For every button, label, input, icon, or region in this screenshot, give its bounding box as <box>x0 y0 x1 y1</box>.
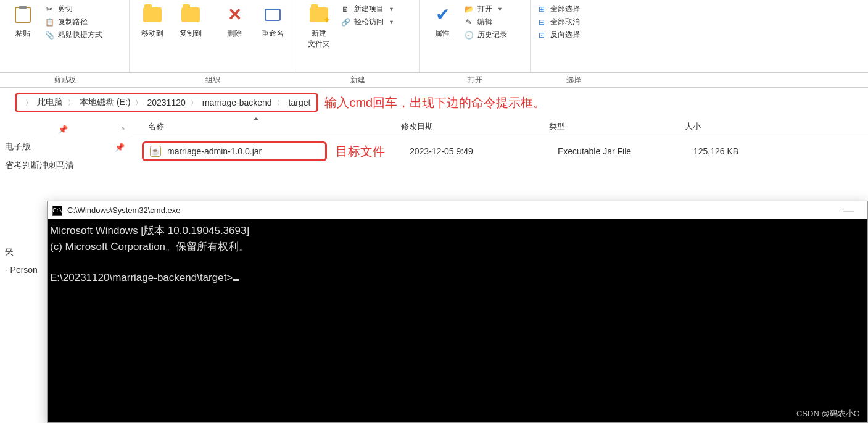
group-label-new: 新建 <box>296 73 420 87</box>
watermark: CSDN @码农小C <box>796 408 859 419</box>
cmd-icon: C:\ <box>52 206 62 216</box>
clipboard-icon <box>13 5 33 25</box>
group-label-clipboard: 剪贴板 <box>0 73 130 87</box>
edit-icon: ✎ <box>464 17 474 27</box>
pin-icon: 📌 <box>115 143 125 152</box>
select-none-icon: ⊟ <box>537 17 547 27</box>
file-date: 2023-12-05 9:49 <box>410 146 558 156</box>
paste-shortcut-button[interactable]: 📎粘贴快捷方式 <box>44 30 102 40</box>
file-name: marriage-admin-1.0.0.jar <box>167 146 262 156</box>
file-name-cell[interactable]: marriage-admin-1.0.0.jar <box>142 141 327 161</box>
group-label-select: 选择 <box>531 73 617 87</box>
path-icon: 📋 <box>44 17 54 27</box>
copy-to-button[interactable]: 复制到 <box>172 2 210 41</box>
easy-access-button[interactable]: 🔗轻松访问▼ <box>341 17 394 27</box>
column-size[interactable]: 大小 <box>685 121 783 132</box>
move-to-button[interactable]: 移动到 <box>133 2 172 41</box>
nav-item-1[interactable]: 电子版📌 <box>2 138 127 156</box>
select-all-button[interactable]: ⊞全部选择 <box>537 4 580 14</box>
breadcrumb[interactable]: 〉 此电脑 〉 本地磁盘 (E:) 〉 20231120 〉 marriage-… <box>15 93 318 112</box>
ribbon: 粘贴 ✂剪切 📋复制路径 📎粘贴快捷方式 移动到 复制到 ✕删除 重命名 ✦新建… <box>0 0 868 73</box>
column-name[interactable]: 名称 <box>130 121 401 132</box>
properties-icon: ✔ <box>432 5 452 25</box>
invert-icon: ⊡ <box>537 30 547 40</box>
group-label-open: 打开 <box>420 73 531 87</box>
history-button[interactable]: 🕘历史记录 <box>464 30 507 40</box>
crumb-folder3[interactable]: target <box>289 98 311 107</box>
chevron-right-icon[interactable]: 〉 <box>188 98 200 107</box>
scissors-icon: ✂ <box>44 4 54 14</box>
file-row[interactable]: marriage-admin-1.0.0.jar 目标文件 2023-12-05… <box>130 136 868 166</box>
ribbon-group-open: ✔属性 📂打开▼ ✎编辑 🕘历史记录 <box>420 0 531 72</box>
nav-item-2[interactable]: 省考判断冲刺马清 <box>2 156 127 175</box>
cursor <box>233 279 239 281</box>
ribbon-group-select: ⊞全部选择 ⊟全部取消 ⊡反向选择 <box>531 0 617 72</box>
edit-button[interactable]: ✎编辑 <box>464 17 507 27</box>
pin-icon: 📌 <box>58 125 68 134</box>
delete-button[interactable]: ✕删除 <box>215 2 254 41</box>
file-type: Executable Jar File <box>558 146 693 156</box>
chevron-right-icon[interactable]: 〉 <box>65 98 77 107</box>
file-size: 125,126 KB <box>693 146 792 156</box>
chevron-right-icon[interactable]: 〉 <box>275 98 286 107</box>
crumb-drive[interactable]: 本地磁盘 (E:) <box>80 97 130 108</box>
cmd-window: C:\ C:\Windows\System32\cmd.exe — Micros… <box>47 201 868 423</box>
address-bar-row: 〉 此电脑 〉 本地磁盘 (E:) 〉 20231120 〉 marriage-… <box>0 88 868 117</box>
rename-button[interactable]: 重命名 <box>254 2 292 41</box>
shortcut-icon: 📎 <box>44 30 54 40</box>
paste-label: 粘贴 <box>15 28 30 39</box>
new-folder-icon: ✦ <box>309 5 329 25</box>
crumb-folder2[interactable]: marriage-backend <box>202 98 272 107</box>
cut-button[interactable]: ✂剪切 <box>44 4 102 14</box>
new-item-button[interactable]: 🗎新建项目▼ <box>341 4 394 14</box>
new-item-icon: 🗎 <box>341 4 350 14</box>
column-headers: 名称 修改日期 类型 大小 <box>130 117 868 136</box>
delete-icon: ✕ <box>225 5 244 25</box>
crumb-folder1[interactable]: 20231120 <box>147 98 185 107</box>
annotation-target-file: 目标文件 <box>336 143 410 160</box>
cmd-terminal[interactable]: Microsoft Windows [版本 10.0.19045.3693] (… <box>48 219 867 422</box>
select-none-button[interactable]: ⊟全部取消 <box>537 17 580 27</box>
jar-file-icon <box>150 146 161 157</box>
group-label-organize: 组织 <box>130 73 296 87</box>
move-icon <box>143 5 162 25</box>
rename-icon <box>263 5 283 25</box>
ribbon-group-clipboard: 粘贴 ✂剪切 📋复制路径 📎粘贴快捷方式 <box>0 0 130 72</box>
chevron-right-icon[interactable]: 〉 <box>23 98 35 107</box>
copy-path-button[interactable]: 📋复制路径 <box>44 17 102 27</box>
annotation-cmd-hint: 输入cmd回车，出现下边的命令提示框。 <box>324 94 545 111</box>
column-date[interactable]: 修改日期 <box>401 121 549 132</box>
history-icon: 🕘 <box>464 30 474 40</box>
paste-button[interactable]: 粘贴 <box>4 2 42 41</box>
column-type[interactable]: 类型 <box>549 121 685 132</box>
open-button[interactable]: 📂打开▼ <box>464 4 507 14</box>
ribbon-group-new: ✦新建 文件夹 🗎新建项目▼ 🔗轻松访问▼ <box>296 0 420 72</box>
crumb-pc[interactable]: 此电脑 <box>37 97 63 108</box>
easy-access-icon: 🔗 <box>341 17 350 27</box>
cmd-title-text: C:\Windows\System32\cmd.exe <box>67 206 181 215</box>
new-folder-button[interactable]: ✦新建 文件夹 <box>300 2 338 52</box>
chevron-right-icon[interactable]: 〉 <box>133 98 144 107</box>
open-icon: 📂 <box>464 4 474 14</box>
cmd-titlebar[interactable]: C:\ C:\Windows\System32\cmd.exe — <box>48 201 867 219</box>
minimize-button[interactable]: — <box>834 204 862 217</box>
ribbon-group-organize: 移动到 复制到 ✕删除 重命名 <box>130 0 296 72</box>
select-all-icon: ⊞ <box>537 4 547 14</box>
invert-selection-button[interactable]: ⊡反向选择 <box>537 30 580 40</box>
properties-button[interactable]: ✔属性 <box>423 2 461 41</box>
nav-quick-item[interactable]: 📌^ <box>2 121 127 138</box>
copy-icon <box>181 5 200 25</box>
ribbon-section-labels: 剪贴板 组织 新建 打开 选择 <box>0 73 868 88</box>
